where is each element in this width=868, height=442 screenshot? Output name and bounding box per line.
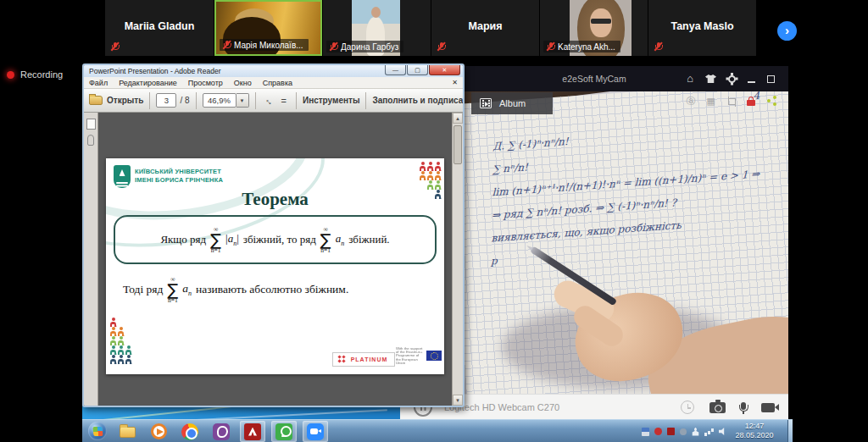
close-document-icon[interactable]: ✕ — [452, 79, 458, 86]
mic-muted-icon — [654, 41, 663, 52]
participant-tile[interactable]: Мария — [431, 0, 539, 56]
navigation-rail — [84, 113, 98, 406]
person-icon — [427, 171, 434, 180]
person-icon — [118, 336, 125, 345]
timer-icon[interactable] — [681, 401, 694, 414]
taskbar-clock[interactable]: 12:47 28.05.2020 — [726, 422, 782, 440]
reader-titlebar: PowerPoint Presentation - Adobe Reader —… — [84, 65, 463, 77]
media-player-icon — [151, 423, 167, 439]
reader-menubar: Файл Редактирование Просмотр Окно Справк… — [84, 77, 463, 89]
person-icon — [110, 345, 117, 355]
snapshot-icon[interactable] — [709, 402, 726, 413]
person-icon — [420, 171, 426, 180]
zoom-dropdown-icon[interactable]: ▼ — [236, 93, 249, 108]
participant-status — [435, 41, 448, 52]
minimize-button[interactable]: — — [385, 65, 406, 75]
open-button[interactable]: Открыть — [107, 96, 143, 105]
document-area: КИЇВСЬКИЙ УНІВЕРСИТЕТ ІМЕНІ БОРИСА ГРІНЧ… — [98, 113, 452, 406]
album-button[interactable]: Album — [471, 92, 553, 114]
participant-tile[interactable]: Марія Миколаїв... — [214, 0, 322, 56]
recording-indicator: Recording — [7, 69, 63, 80]
next-participants-button[interactable]: › — [777, 21, 797, 41]
fit-page-icon[interactable]: ↔ — [263, 93, 276, 107]
person-icon — [125, 345, 132, 355]
page-thumbnails-icon[interactable] — [86, 119, 96, 130]
taskbar-zoom-button[interactable] — [303, 421, 328, 442]
scrollbar-thumb[interactable] — [453, 125, 462, 164]
participant-name: Дарина Гарбуз — [341, 42, 398, 52]
participant-tile[interactable]: Kateryna Akh... — [540, 0, 648, 56]
menu-window[interactable]: Окно — [234, 79, 252, 87]
menu-help[interactable]: Справка — [263, 79, 292, 87]
person-icon — [110, 336, 117, 345]
share-icon[interactable] — [766, 96, 776, 106]
mic-muted-icon — [329, 41, 338, 52]
menu-edit[interactable]: Редактирование — [119, 79, 177, 87]
show-desktop-button[interactable] — [787, 420, 793, 442]
tools-button[interactable]: Инструменты — [303, 96, 360, 105]
taskbar-mycam-button[interactable] — [271, 421, 297, 442]
theorem-box: Якщо ряд ∞ ∑ n=1 |an| збіжний, то ряд ∞ … — [114, 215, 437, 264]
participant-tile[interactable]: Mariia Gladun — [105, 0, 214, 56]
scroll-down-icon[interactable]: ▼ — [453, 395, 463, 406]
tray-flag-icon[interactable] — [642, 428, 649, 436]
record-video-icon[interactable] — [761, 403, 775, 412]
tray-status-icon[interactable] — [654, 428, 662, 435]
person-icon — [420, 162, 426, 171]
slide-title: Теорема — [106, 189, 444, 210]
recording-label: Recording — [20, 69, 63, 80]
taskbar-viber-button[interactable] — [209, 421, 234, 442]
skin-icon[interactable] — [705, 75, 716, 83]
tray-network-icon[interactable] — [704, 428, 714, 436]
crop-icon[interactable] — [726, 97, 736, 106]
maximize-icon[interactable] — [767, 75, 775, 83]
platinum-label: PLATINUM — [351, 356, 388, 362]
fit-width-icon[interactable]: = — [281, 96, 287, 106]
page-number-input[interactable]: 3 — [156, 93, 176, 108]
clock-time: 12:47 — [726, 422, 782, 431]
participant-status: Kateryna Akh... — [543, 41, 620, 52]
erasmus-block: With the support of the Erasmus+ Program… — [385, 343, 442, 368]
tray-hidden-icons[interactable] — [680, 428, 687, 435]
taskbar-mediaplayer-button[interactable] — [146, 421, 171, 442]
mic-muted-icon — [437, 41, 446, 52]
tray-action-center-icon[interactable] — [692, 428, 699, 436]
participant-name: Марія Миколаїв... — [234, 41, 303, 50]
recording-dot-icon — [7, 71, 14, 79]
gear-icon[interactable] — [728, 75, 736, 83]
maximize-button[interactable]: ▢ — [407, 65, 428, 75]
microphone-icon[interactable] — [741, 402, 746, 410]
participant-name: Mariia Gladun — [105, 20, 214, 32]
university-name-line2: ІМЕНІ БОРИСА ГРІНЧЕНКА — [135, 176, 223, 185]
screen: Mariia Gladun Марія Миколаїв... Дарина Г… — [0, 0, 868, 442]
taskbar-explorer-button[interactable] — [114, 421, 140, 442]
explorer-icon — [120, 427, 136, 438]
person-icon — [118, 355, 125, 364]
zoom-level-input[interactable]: 46,9% — [203, 93, 236, 108]
tray-adobe-icon[interactable] — [667, 428, 675, 435]
start-button[interactable] — [88, 422, 107, 440]
participant-tile[interactable]: Tanya Maslo — [648, 0, 756, 56]
attachments-icon[interactable] — [87, 135, 94, 146]
fill-sign-button[interactable]: Заполнить и подписать — [372, 96, 463, 105]
vertical-scrollbar[interactable]: ▲ ▼ — [452, 113, 463, 406]
participant-tile[interactable]: Дарина Гарбуз — [323, 0, 431, 56]
open-folder-icon[interactable] — [89, 96, 103, 105]
taskbar-adobe-reader-button[interactable] — [240, 421, 265, 442]
theorem-text: збіжний. — [348, 233, 389, 246]
menu-file[interactable]: Файл — [89, 79, 108, 87]
person-icon — [435, 162, 442, 171]
person-icon — [427, 162, 434, 171]
adobe-reader-window: PowerPoint Presentation - Adobe Reader —… — [82, 64, 465, 407]
theorem-text: Якщо ряд — [160, 233, 206, 246]
participant-status — [108, 41, 121, 52]
lock-icon[interactable] — [747, 100, 755, 106]
minimize-icon[interactable] — [748, 81, 755, 83]
menu-view[interactable]: Просмотр — [188, 79, 223, 87]
scroll-up-icon[interactable]: ▲ — [453, 113, 463, 124]
taskbar-chrome-button[interactable] — [177, 421, 203, 442]
clock-date: 28.05.2020 — [726, 431, 782, 440]
close-button[interactable]: ✕ — [429, 65, 460, 75]
theorem-term: |an| — [225, 232, 239, 247]
participant-strip: Mariia Gladun Марія Миколаїв... Дарина Г… — [0, 0, 868, 56]
